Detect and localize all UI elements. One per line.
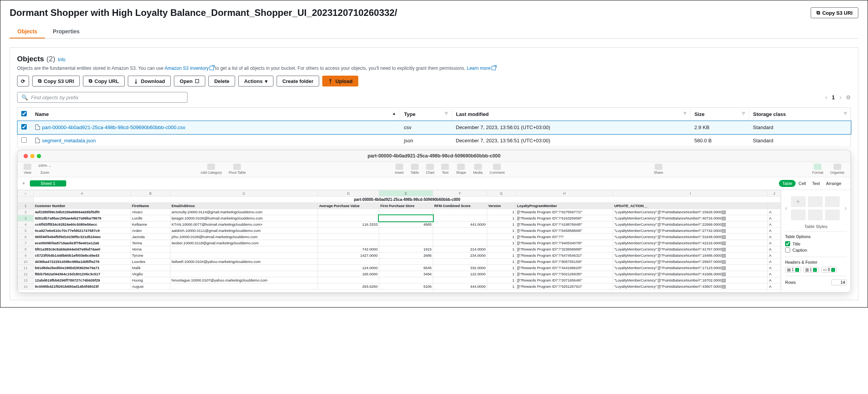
table-style-option[interactable] <box>791 209 806 220</box>
copy-s3-uri-header-button[interactable]: ⧉ Copy S3 URI <box>811 7 858 18</box>
grid-cell[interactable]: A <box>768 265 781 271</box>
create-folder-button[interactable]: Create folder <box>277 76 319 86</box>
grid-cell[interactable]: jzho.10000.0108@hotmail.marketingcloudde… <box>170 234 318 240</box>
row-number[interactable]: 7 <box>18 240 34 246</box>
grid-cell[interactable] <box>170 271 318 277</box>
grid-cell[interactable] <box>433 240 487 246</box>
row-number[interactable]: 13 <box>18 277 34 283</box>
grid-cell[interactable] <box>379 215 433 221</box>
row-number[interactable]: 2 <box>18 209 34 215</box>
row-number[interactable]: 10 <box>18 259 34 265</box>
grid-header-cell[interactable]: UPDATE_ACTION__ <box>613 203 768 209</box>
grid-cell[interactable]: "LoyaltyMemberCurrency":[[\"PointsBalanc… <box>613 271 768 277</box>
grid-cell[interactable]: Virgilio <box>131 271 170 277</box>
grid-cell[interactable]: Kellianne <box>131 221 170 228</box>
col-header[interactable]: A <box>33 190 131 197</box>
table-row[interactable]: part-00000-4b0ad921-25ca-498b-98cd-50969… <box>17 121 851 134</box>
grid-cell[interactable] <box>379 209 433 215</box>
grid-corner[interactable]: ○ <box>18 190 34 197</box>
view-tool[interactable]: View <box>24 164 31 175</box>
grid-cell[interactable]: 1 <box>487 246 516 252</box>
grid-cell[interactable]: 1 <box>487 228 516 234</box>
row-number[interactable]: 11 <box>18 265 34 271</box>
grid-cell[interactable]: "LoyaltyMemberCurrency":[[\"PointsBalanc… <box>613 265 768 271</box>
grid-cell[interactable] <box>170 283 318 290</box>
grid-cell[interactable]: 165.0000 <box>318 271 379 277</box>
grid-header-cell[interactable]: RFM Combined Score <box>433 203 487 209</box>
grid-cell[interactable]: 1 <box>487 283 516 290</box>
grid-cell[interactable]: A <box>768 221 781 228</box>
grid-cell[interactable]: "LoyaltyMemberCurrency":[[\"PointsBalanc… <box>613 240 768 246</box>
grid-cell[interactable]: [[\"Rewards Program ID\":\"845858868\" <box>516 228 613 234</box>
grid-cell[interactable]: 742.0000 <box>318 246 379 252</box>
grid-cell[interactable]: 9261db7a8bac295ae4eb27a99ba78679 <box>33 215 131 221</box>
grid-cell[interactable]: 2686 <box>379 252 433 259</box>
style-add-button[interactable]: + <box>791 196 806 207</box>
col-header[interactable]: G <box>487 190 516 197</box>
window-close-icon[interactable] <box>24 154 28 158</box>
grid-cell[interactable]: "LoyaltyMemberCurrency":[[\"PointsBalanc… <box>613 277 768 283</box>
grid-cell[interactable]: 1 <box>487 259 516 265</box>
grid-cell[interactable]: 12abd619fbb6296ff789727c74b926f29 <box>33 277 131 283</box>
link-learn-more[interactable]: Learn more <box>467 66 490 71</box>
share-tool[interactable]: Share <box>654 164 663 175</box>
grid-cell[interactable] <box>379 228 433 234</box>
settings-gear-icon[interactable]: ⚙ <box>846 94 851 100</box>
grid-cell[interactable]: 293.6250 <box>318 283 379 290</box>
col-header[interactable]: I <box>613 190 768 197</box>
grid-cell[interactable]: arncnulty.10000.0114@gmail.marketingclou… <box>170 209 318 215</box>
pivot-table-tool[interactable]: Pivot Table <box>229 164 246 175</box>
organise-tool[interactable]: Organise <box>830 164 844 175</box>
grid-cell[interactable]: A <box>768 209 781 215</box>
row-checkbox[interactable] <box>21 137 27 143</box>
grid-cell[interactable]: "LoyaltyMemberCurrency":[[\"PointsBalanc… <box>613 252 768 259</box>
grid-cell[interactable]: "LoyaltyMemberCurrency":[[\"PointsBalanc… <box>613 215 768 221</box>
grid-cell[interactable]: lyeager.10000.0106@hotmail.marketingclou… <box>170 215 318 221</box>
grid-cell[interactable]: [[\"Rewards Program ID\":\"627559771\" <box>516 209 613 215</box>
refresh-button[interactable]: ⟳ <box>17 76 29 86</box>
grid-header-cell[interactable]: LoyaltyProgramMember <box>516 203 613 209</box>
copy-url-button[interactable]: ⧉ Copy URL <box>83 76 125 86</box>
grid-cell[interactable]: A <box>768 234 781 240</box>
row-number[interactable]: 3 <box>18 215 34 221</box>
grid-cell[interactable]: [[\"Rewards Program ID\":\"207165646\" <box>516 277 613 283</box>
grid-cell[interactable]: Tyrone <box>131 252 170 259</box>
upload-button[interactable]: ⭱ Upload <box>322 76 358 86</box>
col-name[interactable]: Name▲ <box>31 108 400 121</box>
grid-cell[interactable]: [[\"Rewards Program ID\":\"502126835\" <box>516 271 613 277</box>
row-checkbox[interactable] <box>21 124 27 130</box>
tab-objects[interactable]: Objects <box>10 25 45 38</box>
side-tab-text[interactable]: Text <box>809 180 823 187</box>
link-s3-inventory[interactable]: Amazon S3 inventory <box>165 66 209 71</box>
grid-cell[interactable]: 3456 <box>379 271 433 277</box>
col-storage[interactable]: Storage class▽ <box>749 108 851 121</box>
grid-cell[interactable] <box>318 234 379 240</box>
window-maximize-icon[interactable] <box>37 154 41 158</box>
grid-cell[interactable]: b91d8de26ed50e186bd283620e79a71 <box>33 265 131 271</box>
add-category-tool[interactable]: Add Category <box>201 164 222 175</box>
grid-header-cell[interactable]: EmailAddress <box>170 203 318 209</box>
style-prev-icon[interactable]: ‹ <box>785 205 787 212</box>
table-tool[interactable]: Table <box>411 164 419 175</box>
grid-cell[interactable]: 234.0000 <box>433 252 487 259</box>
grid-cell[interactable]: A <box>768 246 781 252</box>
grid-cell[interactable]: [[\"Rewards Program ID\":\"925126791\" <box>516 283 613 290</box>
window-minimize-icon[interactable] <box>30 154 34 158</box>
side-tab-table[interactable]: Table <box>779 180 795 187</box>
grid-header-cell[interactable]: Average Purchase Value <box>318 203 379 209</box>
style-next-icon[interactable]: › <box>845 205 847 212</box>
grid-cell[interactable]: Huong <box>131 277 170 283</box>
grid-cell[interactable]: Lucille <box>131 215 170 221</box>
grid-cell[interactable] <box>170 252 318 259</box>
grid-cell[interactable] <box>318 259 379 265</box>
grid-cell[interactable]: 1 <box>487 209 516 215</box>
grid-cell[interactable]: aaldrich.10000.0111@gmail.marketingcloud… <box>170 228 318 234</box>
grid-cell[interactable] <box>318 228 379 234</box>
table-style-option[interactable] <box>808 209 823 220</box>
media-tool[interactable]: Media <box>473 164 483 175</box>
grid-cell[interactable]: 1915 <box>379 246 433 252</box>
grid-cell[interactable]: ece0509bf4a8719aede3f78e401e12a6 <box>33 240 131 246</box>
grid-cell[interactable]: Verna <box>131 246 170 252</box>
grid-cell[interactable]: 4036ba4722291439bc988a1dd5ffe276 <box>33 259 131 265</box>
grid-cell[interactable] <box>379 259 433 265</box>
